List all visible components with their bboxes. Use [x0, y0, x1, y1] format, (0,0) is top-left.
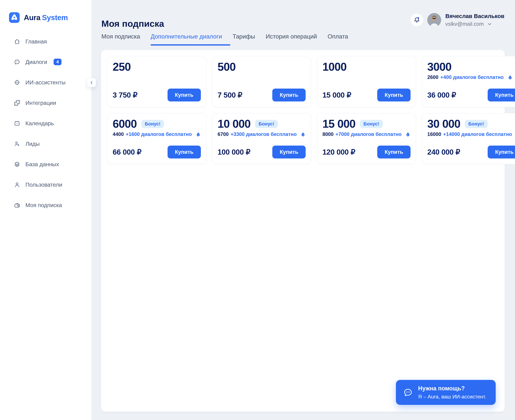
- chat-bubble-icon: [403, 388, 413, 398]
- tab-history[interactable]: История операций: [266, 33, 317, 45]
- package-card-250: 250 3 750 ₽ Купить: [107, 56, 206, 107]
- user-plus-icon: [14, 141, 20, 147]
- sidebar-item-subscription[interactable]: Моя подписка: [0, 195, 91, 215]
- buy-button[interactable]: Купить: [488, 89, 515, 101]
- user-info: Вячеслав Васильков vslkv@mail.com: [445, 13, 504, 27]
- bonus-line: 16000 +14000 диалогов бесплатно: [427, 131, 515, 137]
- package-card-6000: 6000 Бонус! 4400 +1600 диалогов бесплатн…: [107, 113, 206, 164]
- sidebar-item-calendar[interactable]: Календарь: [0, 113, 91, 134]
- sidebar-item-dialogs[interactable]: Диалоги 4: [0, 52, 91, 72]
- buy-button[interactable]: Купить: [488, 146, 515, 158]
- package-card-30000: 30 000 Бонус! 16000 +14000 диалогов бесп…: [422, 113, 515, 164]
- sidebar-item-label: Моя подписка: [25, 202, 62, 208]
- sidebar-item-label: Лиды: [25, 141, 40, 147]
- package-amount: 15 000: [322, 118, 355, 130]
- sidebar-item-users[interactable]: Пользователи: [0, 174, 91, 195]
- help-chat-widget[interactable]: Нужна помощь? Я – Aura, ваш ИИ-ассистент…: [396, 380, 496, 405]
- base-amount: 8000: [322, 131, 333, 137]
- brand-logo[interactable]: AuraSystem: [9, 12, 91, 23]
- chat-subtitle: Я – Aura, ваш ИИ-ассистент.: [418, 394, 486, 400]
- package-amount: 30 000: [427, 118, 460, 130]
- chevron-down-icon: [487, 22, 492, 27]
- brand-name: AuraSystem: [24, 13, 68, 22]
- tab-bar: Моя подписка Дополнительные диалоги Тари…: [101, 33, 348, 45]
- base-amount: 4400: [113, 131, 124, 137]
- buy-button[interactable]: Купить: [377, 146, 411, 158]
- puzzle-icon: [14, 100, 20, 106]
- buy-button[interactable]: Купить: [272, 89, 306, 101]
- flame-icon: [404, 131, 411, 137]
- flame-icon: [506, 74, 513, 81]
- package-amount: 500: [218, 60, 235, 73]
- notifications-button[interactable]: [411, 14, 423, 26]
- layers-icon: [14, 161, 20, 167]
- bonus-amount: +7000 диалогов бесплатно: [335, 131, 402, 137]
- package-price: 7 500 ₽: [218, 91, 242, 99]
- sidebar-item-label: ИИ-ассистенты: [25, 79, 66, 86]
- bonus-amount: +3300 диалогов бесплатно: [231, 131, 297, 137]
- user-menu-trigger[interactable]: vslkv@mail.com: [445, 21, 504, 27]
- tab-payment[interactable]: Оплата: [328, 33, 348, 45]
- bonus-badge: Бонус!: [255, 120, 278, 128]
- package-card-15000: 15 000 Бонус! 8000 +7000 диалогов беспла…: [317, 113, 416, 164]
- bonus-amount: +14000 диалогов бесплатно: [443, 131, 512, 137]
- package-amount: 250: [113, 60, 131, 73]
- sidebar-item-ai-assistants[interactable]: ИИ-ассистенты: [0, 72, 91, 93]
- bonus-badge: Бонус!: [360, 120, 383, 128]
- avatar-photo: [427, 13, 441, 27]
- sidebar-item-label: База данных: [25, 161, 59, 167]
- tab-plans[interactable]: Тарифы: [233, 33, 255, 45]
- package-amount: 6000: [113, 118, 137, 130]
- flame-icon: [194, 131, 201, 137]
- sidebar-item-label: Интеграции: [25, 100, 56, 106]
- sidebar-nav: Главная Диалоги 4 ИИ-ассистенты Интегра: [0, 31, 91, 215]
- home-icon: [14, 38, 20, 45]
- base-amount: 6700: [218, 131, 229, 137]
- sidebar-item-leads[interactable]: Лиды: [0, 134, 91, 154]
- bell-icon: [413, 16, 420, 24]
- page-title: Моя подписка: [101, 18, 164, 29]
- bonus-line: 2600 +400 диалогов бесплатно: [427, 74, 515, 81]
- bonus-amount: +1600 диалогов бесплатно: [126, 131, 192, 137]
- chevron-left-icon: [89, 80, 94, 85]
- buy-button[interactable]: Купить: [168, 89, 201, 101]
- package-card-1000: 1000 15 000 ₽ Купить: [317, 56, 416, 107]
- package-price: 36 000 ₽: [427, 91, 456, 99]
- sidebar-item-label: Главная: [25, 38, 47, 45]
- package-amount: 1000: [322, 60, 346, 73]
- aura-logo-icon: [9, 12, 20, 23]
- buy-button[interactable]: Купить: [377, 89, 411, 101]
- package-price: 100 000 ₽: [218, 148, 250, 156]
- sidebar-item-integrations[interactable]: Интеграции: [0, 93, 91, 113]
- wallet-icon: [14, 202, 20, 208]
- sidebar-item-home[interactable]: Главная: [0, 31, 91, 52]
- sidebar-item-database[interactable]: База данных: [0, 154, 91, 174]
- main-content: Моя подписка Вячеслав Васильков vslkv@ma…: [101, 0, 505, 420]
- flame-icon: [299, 131, 306, 137]
- user-avatar[interactable]: [427, 13, 441, 27]
- content-panel: 250 3 750 ₽ Купить 500 7 500 ₽ Купить: [101, 50, 505, 412]
- package-price: 66 000 ₽: [113, 148, 141, 156]
- bonus-line: 8000 +7000 диалогов бесплатно: [322, 131, 411, 137]
- bonus-line: 4400 +1600 диалогов бесплатно: [113, 131, 201, 137]
- package-price: 15 000 ₽: [322, 91, 351, 99]
- bonus-badge: Бонус!: [141, 120, 164, 128]
- sidebar-item-label: Диалоги: [25, 59, 47, 65]
- cpu-chip-icon: [14, 79, 20, 86]
- base-amount: 2600: [427, 75, 438, 80]
- tab-my-subscription[interactable]: Моя подписка: [101, 33, 140, 45]
- chat-text: Нужна помощь? Я – Aura, ваш ИИ-ассистент…: [418, 385, 486, 400]
- package-card-500: 500 7 500 ₽ Купить: [212, 56, 311, 107]
- package-amount: 10 000: [218, 118, 250, 130]
- base-amount: 16000: [427, 131, 441, 137]
- buy-button[interactable]: Купить: [272, 146, 306, 158]
- chat-bubble-icon: [14, 59, 20, 65]
- user-icon: [14, 181, 20, 188]
- buy-button[interactable]: Купить: [168, 146, 201, 158]
- tab-additional-dialogs[interactable]: Дополнительные диалоги: [151, 33, 222, 45]
- sidebar-item-label: Пользователи: [25, 181, 62, 188]
- user-email: vslkv@mail.com: [445, 21, 484, 27]
- chat-title: Нужна помощь?: [418, 385, 486, 392]
- packages-grid: 250 3 750 ₽ Купить 500 7 500 ₽ Купить: [101, 50, 505, 170]
- sidebar-collapse-button[interactable]: [87, 78, 96, 87]
